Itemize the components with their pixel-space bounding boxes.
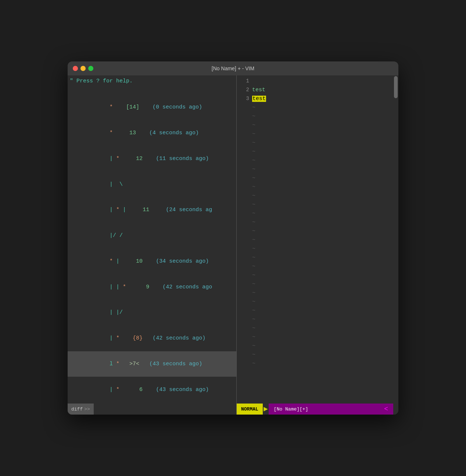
tilde-line: ~ (237, 351, 393, 359)
tilde-line: ~ (237, 333, 393, 342)
editor-area: " Press ? for help. * [14] (0 seconds ag… (68, 75, 398, 415)
help-line: " Press ? for help. (68, 77, 236, 86)
scrollbar-thumb[interactable] (394, 76, 398, 98)
right-statusbar: NORMAL ► [No Name][+] < (237, 404, 393, 415)
traffic-lights (73, 66, 93, 71)
status-end-arrow: < (384, 405, 388, 413)
file-line-2: 2 test (237, 86, 393, 95)
tilde-line: ~ (237, 280, 393, 289)
list-item-current: l * >7< (43 seconds ago) (68, 351, 236, 377)
highlighted-word: test (252, 96, 266, 102)
file-content-pane[interactable]: 1 2 test 3 test ~ ~ ~ ~ ~ ~ ~ (237, 75, 393, 415)
list-item: | * {8} (42 seconds ago) (68, 326, 236, 351)
tilde-line: ~ (237, 342, 393, 351)
tilde-line: ~ (237, 315, 393, 324)
tilde-line: ~ (237, 148, 393, 156)
tilde-line: ~ (237, 306, 393, 315)
tilde-line: ~ (237, 289, 393, 298)
list-item: | |/ (68, 300, 236, 326)
scrollbar[interactable] (393, 75, 398, 415)
tilde-line: ~ (237, 227, 393, 236)
empty-line-1 (68, 86, 236, 95)
tilde-line: ~ (237, 253, 393, 262)
tilde-line: ~ (237, 130, 393, 139)
minimize-button[interactable] (80, 66, 86, 71)
tilde-line: ~ (237, 236, 393, 245)
close-button[interactable] (73, 66, 78, 71)
file-content: 1 2 test 3 test ~ ~ ~ ~ ~ ~ ~ (237, 75, 393, 404)
tilde-line: ~ (237, 245, 393, 253)
tilde-line: ~ (237, 324, 393, 333)
tilde-line: ~ (237, 359, 393, 368)
tilde-line: ~ (237, 298, 393, 306)
file-line-3: 3 test (237, 95, 393, 103)
tilde-line: ~ (237, 174, 393, 183)
tilde-line: ~ (237, 165, 393, 174)
list-item: | * | 11 (24 seconds ag (68, 197, 236, 223)
tilde-line: ~ (237, 112, 393, 121)
status-mode-arrow: ► (264, 405, 268, 413)
tilde-line: ~ (237, 139, 393, 148)
tilde-line: ~ (237, 103, 393, 112)
list-item: * [14] (0 seconds ago) (68, 95, 236, 120)
tilde-line: ~ (237, 200, 393, 209)
tilde-line: ~ (237, 183, 393, 192)
filename-indicator: [No Name][+] < (269, 404, 393, 415)
list-item: |/ / (68, 223, 236, 249)
tilde-line: ~ (237, 218, 393, 227)
undo-tree-content: " Press ? for help. * [14] (0 seconds ag… (68, 75, 236, 404)
diff-label: diff >> (68, 404, 94, 415)
tilde-line: ~ (237, 192, 393, 200)
tilde-line: ~ (237, 271, 393, 280)
tilde-line: ~ (237, 121, 393, 130)
list-item: | \ (68, 171, 236, 197)
list-item: | | * 9 (42 seconds ago (68, 274, 236, 300)
window-title: [No Name] + - VIM (212, 65, 254, 71)
help-text: " Press ? for help. (70, 77, 234, 85)
titlebar: [No Name] + - VIM (68, 61, 398, 75)
list-item: * 13 (4 seconds ago) (68, 120, 236, 146)
list-item: | * 12 (11 seconds ago) (68, 146, 236, 172)
tilde-line: ~ (237, 209, 393, 218)
undo-tree-pane[interactable]: " Press ? for help. * [14] (0 seconds ag… (68, 75, 237, 415)
list-item: * | 10 (34 seconds ago) (68, 249, 236, 274)
vim-window: [No Name] + - VIM " Press ? for help. * … (68, 61, 398, 415)
tilde-line: ~ (237, 262, 393, 271)
tilde-line: ~ (237, 156, 393, 165)
file-line-1: 1 (237, 77, 393, 86)
list-item: | * 6 (43 seconds ago) (68, 377, 236, 402)
left-statusbar: diff >> (68, 404, 236, 415)
mode-indicator: NORMAL (237, 404, 263, 415)
maximize-button[interactable] (88, 66, 93, 71)
